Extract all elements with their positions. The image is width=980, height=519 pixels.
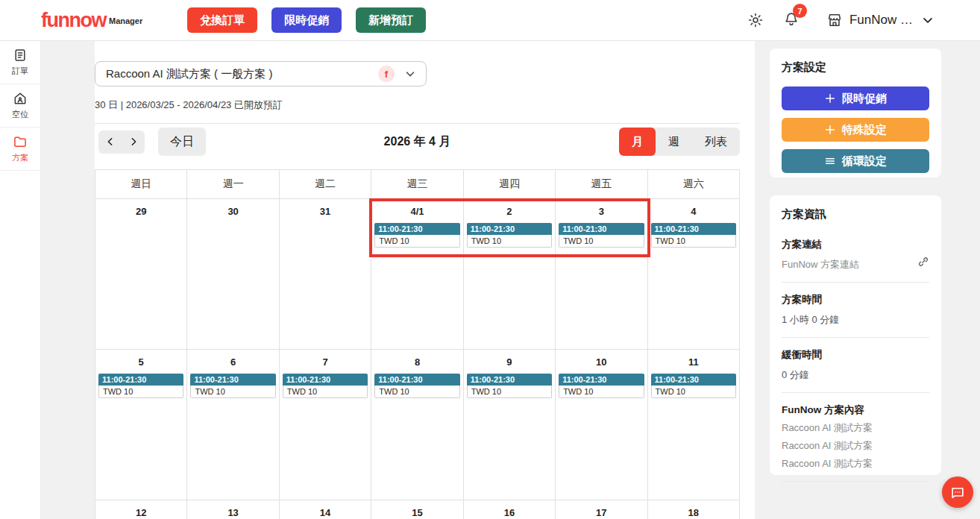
- booking-window-subtitle: 30 日 | 2026/03/25 - 2026/04/23 已開放預訂: [95, 98, 755, 110]
- chevron-down-icon: [403, 67, 417, 81]
- bell-icon: [783, 16, 800, 29]
- calendar-day-cell[interactable]: 18: [648, 500, 740, 519]
- event-price: TWD 10: [559, 386, 644, 398]
- funnow-logo[interactable]: funnow Manager: [41, 10, 142, 31]
- notifications-bell[interactable]: 7: [783, 10, 800, 30]
- prev-month-button[interactable]: [98, 130, 122, 154]
- day-number: 14: [280, 507, 371, 518]
- calendar-day-cell[interactable]: 31: [280, 199, 371, 350]
- flash-sale-setting-button[interactable]: 限時促銷: [782, 86, 929, 110]
- flash-sale-button[interactable]: 限時促銷: [271, 7, 342, 33]
- calendar-day-cell[interactable]: 4/111:00-21:30TWD 10: [371, 199, 463, 350]
- sidebar-item-orders[interactable]: 訂單: [0, 41, 40, 84]
- orders-icon: [13, 48, 28, 63]
- event-time: 11:00-21:30: [651, 223, 736, 235]
- plan-info-card: 方案資訊 方案連結 FunNow 方案連結 方案時間: [770, 195, 941, 475]
- calendar-day-cell[interactable]: 29: [95, 199, 187, 350]
- divider: [782, 392, 929, 393]
- event-price: TWD 10: [374, 235, 459, 248]
- recurring-setting-button[interactable]: 循環設定: [782, 149, 929, 173]
- event-price: TWD 10: [98, 386, 183, 398]
- calendar-event[interactable]: 11:00-21:30TWD 10: [467, 223, 552, 248]
- logo-wordmark: funnow: [41, 10, 106, 31]
- calendar-event[interactable]: 11:00-21:30TWD 10: [98, 374, 183, 398]
- logo-manager-label: Manager: [109, 16, 142, 25]
- calendar-event[interactable]: 11:00-21:30TWD 10: [467, 374, 552, 398]
- view-list-button[interactable]: 列表: [692, 128, 740, 156]
- sidebar-item-vacancy[interactable]: 空位: [0, 84, 40, 128]
- calendar-event[interactable]: 11:00-21:30TWD 10: [651, 223, 736, 248]
- buffer-time-value: 0 分鐘: [782, 368, 929, 382]
- calendar-day-cell[interactable]: 14: [280, 500, 371, 519]
- calendar-day-cell[interactable]: 30: [187, 199, 279, 350]
- calendar-event[interactable]: 11:00-21:30TWD 10: [374, 374, 459, 398]
- calendar-event[interactable]: 11:00-21:30TWD 10: [651, 374, 736, 398]
- plan-content-item: Raccoon AI 測試方案: [782, 458, 929, 471]
- calendar-day-cell[interactable]: 12: [95, 500, 187, 519]
- calendar-day-cell[interactable]: 411:00-21:30TWD 10: [648, 199, 740, 350]
- gear-icon[interactable]: [747, 12, 764, 28]
- event-time: 11:00-21:30: [559, 374, 644, 386]
- day-number: 13: [187, 507, 278, 518]
- event-price: TWD 10: [283, 386, 368, 398]
- chat-bubble-icon: [949, 484, 966, 500]
- calendar-day-cell[interactable]: 13: [187, 500, 279, 519]
- calendar-day-cell[interactable]: 811:00-21:30TWD 10: [371, 350, 463, 500]
- calendar-day-cell[interactable]: 1111:00-21:30TWD 10: [648, 350, 740, 500]
- sidebar-item-label: 訂單: [12, 66, 28, 77]
- new-booking-button[interactable]: 新增預訂: [356, 7, 426, 33]
- calendar-event[interactable]: 11:00-21:30TWD 10: [374, 223, 459, 248]
- chat-support-button[interactable]: [942, 476, 973, 508]
- day-number: 4: [648, 206, 739, 217]
- special-setting-button[interactable]: 特殊設定: [782, 118, 929, 142]
- plan-select-dropdown[interactable]: Raccoon AI 測試方案 ( 一般方案 ) f: [95, 61, 427, 86]
- plan-info-title: 方案資訊: [782, 207, 929, 221]
- view-week-button[interactable]: 週: [656, 128, 692, 156]
- calendar-day-cell[interactable]: 711:00-21:30TWD 10: [280, 350, 371, 500]
- day-number: 5: [95, 356, 186, 368]
- store-icon: [826, 12, 843, 28]
- today-button[interactable]: 今日: [158, 128, 206, 156]
- calendar-day-cell[interactable]: 511:00-21:30TWD 10: [95, 350, 187, 500]
- weekday-header: 週日: [95, 170, 187, 199]
- calendar-event[interactable]: 11:00-21:30TWD 10: [559, 374, 644, 398]
- day-number: 11: [648, 356, 739, 368]
- plan-duration-value: 1 小時 0 分鐘: [782, 313, 929, 327]
- calendar-panel: Raccoon AI 測試方案 ( 一般方案 ) f 30 日 | 2026/0…: [95, 41, 755, 519]
- funnow-f-badge: f: [378, 66, 395, 82]
- weekday-header: 週一: [187, 170, 279, 199]
- redeem-order-button[interactable]: 兌換訂單: [187, 7, 257, 33]
- calendar-day-cell[interactable]: 311:00-21:30TWD 10: [556, 199, 647, 350]
- calendar-event[interactable]: 11:00-21:30TWD 10: [559, 223, 644, 248]
- day-number: 7: [280, 356, 371, 368]
- plan-duration-section: 方案時間 1 小時 0 分鐘: [782, 293, 929, 327]
- calendar-day-cell[interactable]: 211:00-21:30TWD 10: [464, 199, 556, 350]
- calendar-event[interactable]: 11:00-21:30TWD 10: [190, 374, 275, 398]
- weekday-header: 週五: [556, 170, 647, 199]
- account-switcher[interactable]: FunNow …: [826, 12, 935, 28]
- calendar-day-cell[interactable]: 911:00-21:30TWD 10: [464, 350, 556, 500]
- calendar-event[interactable]: 11:00-21:30TWD 10: [283, 374, 368, 398]
- calendar-day-cell[interactable]: 1011:00-21:30TWD 10: [556, 350, 647, 500]
- weekday-header: 週三: [371, 170, 463, 199]
- sidebar-item-plans[interactable]: 方案: [0, 128, 40, 171]
- plus-icon: [824, 124, 836, 136]
- day-number: 18: [648, 507, 739, 518]
- next-month-button[interactable]: [122, 130, 145, 154]
- day-number: 2: [464, 206, 555, 217]
- event-time: 11:00-21:30: [283, 374, 368, 386]
- calendar-day-cell[interactable]: 17: [556, 500, 647, 519]
- view-month-button[interactable]: 月: [619, 128, 656, 156]
- plan-content-item: Raccoon AI 測試方案: [782, 440, 929, 453]
- calendar-grid-wrap: 週日週一週二週三週四週五週六2930314/111:00-21:30TWD 10…: [95, 169, 740, 519]
- weekday-header: 週六: [648, 170, 740, 199]
- app-header: funnow Manager 兌換訂單 限時促銷 新增預訂 7: [0, 0, 980, 41]
- event-time: 11:00-21:30: [98, 374, 183, 386]
- event-time: 11:00-21:30: [467, 374, 552, 386]
- buffer-time-section: 緩衝時間 0 分鐘: [782, 348, 929, 382]
- day-number: 4/1: [371, 206, 462, 217]
- calendar-day-cell[interactable]: 611:00-21:30TWD 10: [187, 350, 279, 500]
- calendar-day-cell[interactable]: 15: [371, 500, 463, 519]
- calendar-day-cell[interactable]: 16: [464, 500, 556, 519]
- link-icon[interactable]: [917, 256, 929, 268]
